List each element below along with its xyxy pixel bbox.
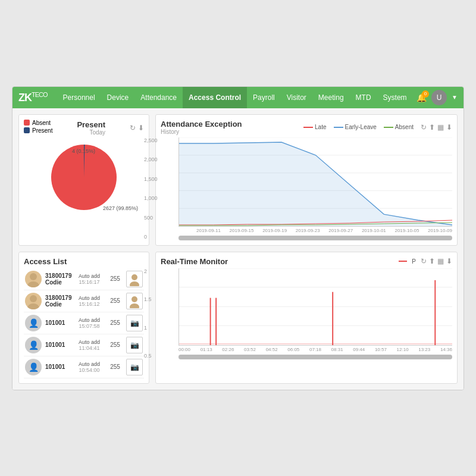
present-widget: Absent Present Present Today — [18, 114, 149, 246]
access-info-4: 101001 — [45, 342, 71, 348]
svg-point-7 — [131, 274, 137, 280]
svg-point-6 — [27, 281, 39, 287]
rt-x-1: 01:13 — [201, 347, 212, 352]
exception-bar-icon[interactable]: ▦ — [437, 123, 444, 131]
svg-point-10 — [27, 303, 39, 309]
exception-download-icon[interactable]: ⬇ — [446, 123, 452, 131]
access-person-2: Codie — [45, 301, 71, 308]
nav-item-visitor[interactable]: Visitor — [281, 87, 312, 108]
rt-x-11: 13:23 — [418, 347, 430, 352]
present-legend: Absent Present — [24, 120, 52, 136]
face-photo-5: 📷 — [126, 359, 143, 375]
rt-x-10: 12:10 — [397, 347, 409, 352]
nav-item-mtd[interactable]: MTD — [350, 87, 377, 108]
access-num-1: 255 — [108, 275, 123, 282]
realtime-upload-icon[interactable]: ⬆ — [429, 257, 435, 265]
present-percentage: 2627 (99.85%) — [103, 205, 138, 211]
late-line — [303, 127, 313, 128]
access-list-header: Access List — [24, 257, 144, 266]
rt-x-2: 02:26 — [222, 347, 234, 352]
access-action-2: Auto add 15:16:12 — [74, 295, 104, 307]
bottom-row: Access List 31800179 Codie — [18, 252, 458, 384]
legend-late: Late — [303, 124, 326, 130]
nav-item-access-control[interactable]: Access Control — [183, 87, 247, 108]
access-info-5: 101001 — [45, 364, 71, 370]
access-person-1: Codie — [45, 279, 71, 286]
present-title-area: Present Today — [77, 120, 105, 136]
access-info-3: 101001 — [45, 320, 71, 326]
realtime-scrollbar[interactable] — [178, 355, 452, 359]
action-time-3: 15:07:58 — [74, 323, 104, 329]
absent-dot — [24, 120, 30, 126]
notification-badge: 0 — [422, 90, 429, 98]
present-legend-items: Absent Present — [24, 120, 52, 134]
person-avatar-4: 👤 — [25, 337, 42, 353]
x-label-5: 2019-10-01 — [362, 228, 386, 233]
exception-header: Attendance Exception History Late Early-… — [161, 120, 452, 135]
action-time-2: 15:16:12 — [74, 301, 104, 307]
face-photo-1 — [126, 271, 143, 287]
user-dropdown-icon[interactable]: ▼ — [452, 94, 458, 101]
notification-button[interactable]: 🔔 0 — [416, 93, 427, 102]
present-label-text: Present — [32, 127, 52, 134]
pie-chart-container: 4 (0.15%) 2627 (99.85%) — [24, 139, 144, 216]
nav-item-personnel[interactable]: Personnel — [57, 87, 101, 108]
access-list-title: Access List — [24, 257, 67, 266]
nav-item-meeting[interactable]: Meeting — [312, 87, 350, 108]
access-name-1: 31800179 — [45, 273, 71, 279]
present-title: Present — [77, 120, 105, 129]
exception-upload-icon[interactable]: ⬆ — [429, 123, 435, 131]
exception-scrollbar[interactable] — [178, 236, 452, 240]
exception-refresh-icon[interactable]: ↻ — [421, 123, 427, 131]
svg-point-8 — [130, 281, 139, 286]
present-refresh-icon[interactable]: ↻ — [130, 124, 136, 132]
nav-item-system[interactable]: System — [377, 87, 413, 108]
exception-y-labels: 2,500 2,000 1,500 1,000 500 0 — [144, 137, 158, 240]
nav-right: 🔔 0 U ▼ — [416, 90, 458, 105]
realtime-scrollbar-thumb[interactable] — [178, 355, 452, 359]
person-icon-3: 👤 — [29, 318, 39, 328]
nav-item-payroll[interactable]: Payroll — [247, 87, 281, 108]
y-label-3: 1,000 — [144, 195, 158, 201]
realtime-x-labels: 00:00 01:13 02:26 03:52 04:52 06:05 07:1… — [178, 347, 452, 352]
nav-item-attendance[interactable]: Attendance — [134, 87, 183, 108]
action-label-4: Auto add — [74, 339, 104, 345]
y-label-1: 2,000 — [144, 156, 158, 162]
face-photo-2 — [126, 293, 143, 309]
exception-scrollbar-thumb[interactable] — [178, 236, 452, 240]
person-icon-1 — [25, 271, 42, 287]
access-info-2: 31800179 Codie — [45, 295, 71, 308]
top-row: Absent Present Present Today — [18, 114, 458, 246]
early-leave-line — [334, 127, 343, 128]
svg-point-12 — [130, 303, 139, 308]
exception-title: Attendance Exception — [161, 120, 242, 129]
realtime-refresh-icon[interactable]: ↻ — [421, 257, 427, 265]
svg-point-9 — [30, 295, 37, 302]
access-row: 👤 101001 Auto add 10:54:00 255 📷 — [24, 356, 144, 378]
person-icon-5: 👤 — [29, 362, 39, 372]
realtime-chart-wrapper: 2 1.5 1 0.5 — [161, 268, 452, 359]
absent-label: Absent — [32, 120, 51, 126]
rt-y-label-2: 1 — [144, 325, 152, 331]
rt-y-label-3: 0.5 — [144, 353, 152, 359]
action-label-3: Auto add — [74, 317, 104, 323]
person-icon-4: 👤 — [29, 340, 39, 350]
legend-absent: Absent — [24, 120, 52, 126]
access-num-2: 255 — [108, 298, 123, 304]
realtime-download-icon[interactable]: ⬇ — [446, 257, 452, 265]
realtime-bar-icon[interactable]: ▦ — [437, 257, 444, 265]
brand-logo: ZKTECO — [18, 91, 48, 104]
realtime-chart-svg — [179, 268, 452, 345]
present-download-icon[interactable]: ⬇ — [138, 124, 144, 132]
rt-x-0: 00:00 — [178, 347, 190, 352]
realtime-legend: P — [399, 258, 416, 265]
user-avatar[interactable]: U — [431, 90, 447, 105]
action-time-4: 11:04:41 — [74, 345, 104, 351]
access-name-2: 31800179 — [45, 295, 71, 301]
legend-early-leave: Early-Leave — [334, 124, 377, 130]
nav-item-device[interactable]: Device — [101, 87, 135, 108]
x-label-1: 2019-09-15 — [230, 228, 254, 233]
rt-x-7: 08:31 — [331, 347, 343, 352]
present-subtitle: Today — [77, 129, 105, 136]
y-label-2: 1,500 — [144, 176, 158, 182]
